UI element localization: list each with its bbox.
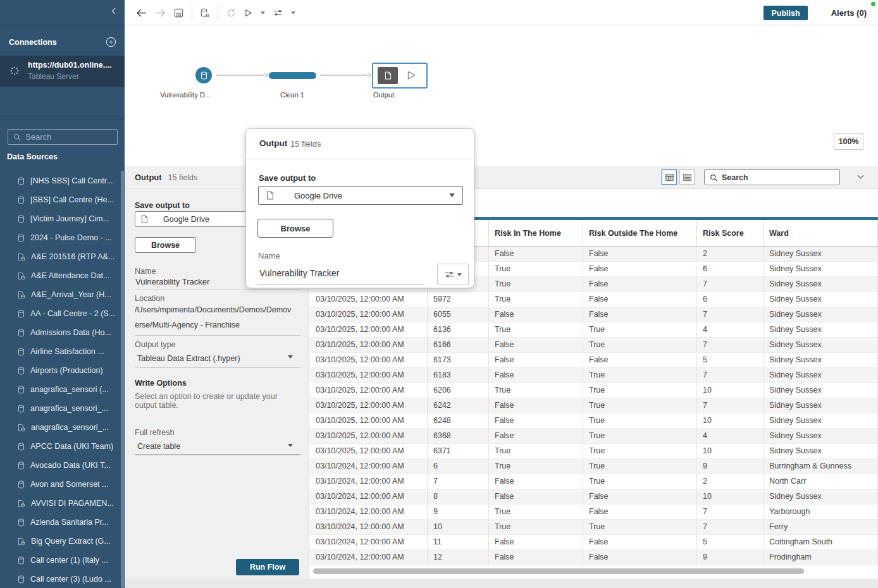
- grid-cell[interactable]: 6136: [428, 322, 489, 337]
- save-icon[interactable]: [174, 8, 183, 18]
- grid-cell[interactable]: False: [489, 550, 583, 565]
- grid-cell[interactable]: True: [583, 398, 697, 413]
- grid-cell[interactable]: False: [583, 262, 697, 276]
- run-flow-button[interactable]: Run Flow: [236, 559, 299, 575]
- refresh-icon[interactable]: [226, 8, 236, 18]
- grid-cell[interactable]: 03/10/2025, 12:00:00 AM: [310, 322, 428, 337]
- grid-cell[interactable]: 6055: [428, 307, 489, 322]
- grid-cell[interactable]: True: [489, 459, 583, 474]
- data-source-item[interactable]: Azienda Sanitaria Pr...: [0, 513, 120, 532]
- grid-cell[interactable]: False: [489, 353, 583, 367]
- grid-cell[interactable]: 7: [428, 474, 489, 489]
- destination-dropdown[interactable]: Google Drive: [258, 186, 463, 205]
- grid-cell[interactable]: 6: [428, 459, 489, 474]
- run-flow-icon[interactable]: [244, 9, 252, 17]
- column-header[interactable]: Ward: [764, 220, 878, 246]
- grid-cell[interactable]: 5: [697, 535, 764, 549]
- collapse-sidebar-icon[interactable]: [111, 8, 116, 15]
- grid-cell[interactable]: 03/10/2024, 12:00:00 AM: [310, 505, 428, 519]
- grid-cell[interactable]: 5: [697, 353, 764, 367]
- grid-cell[interactable]: False: [489, 489, 583, 504]
- grid-cell[interactable]: False: [583, 277, 697, 291]
- data-source-item[interactable]: Call center (3) (Ludo ...: [0, 570, 120, 588]
- grid-cell[interactable]: 03/10/2025, 12:00:00 AM: [310, 353, 428, 367]
- data-source-item[interactable]: [NHS SBS] Call Centr...: [0, 171, 120, 190]
- grid-cell[interactable]: False: [583, 247, 697, 261]
- horizontal-scrollbar[interactable]: [313, 568, 804, 574]
- grid-cell[interactable]: False: [583, 550, 697, 565]
- settings-caret-icon[interactable]: [291, 11, 295, 15]
- grid-cell[interactable]: Sidney Sussex: [764, 489, 878, 504]
- grid-cell[interactable]: 03/10/2025, 12:00:00 AM: [310, 444, 428, 458]
- grid-cell[interactable]: True: [583, 520, 697, 534]
- grid-cell[interactable]: 6: [697, 292, 764, 307]
- write-option-value[interactable]: Create table: [137, 442, 180, 451]
- grid-cell[interactable]: False: [583, 535, 697, 549]
- grid-cell[interactable]: True: [489, 383, 583, 398]
- grid-cell[interactable]: 12: [428, 550, 489, 565]
- grid-cell[interactable]: 03/10/2025, 12:00:00 AM: [310, 307, 428, 322]
- grid-cell[interactable]: Sidney Sussex: [764, 262, 878, 276]
- settings-sliders-icon[interactable]: [273, 9, 283, 17]
- data-source-item[interactable]: anagrafica_sensori_...: [0, 418, 120, 437]
- grid-cell[interactable]: 7: [697, 520, 764, 534]
- grid-cell[interactable]: Sidney Sussex: [764, 247, 878, 261]
- data-source-item[interactable]: Admissions Data (Ho...: [0, 323, 120, 342]
- grid-cell[interactable]: 03/10/2025, 12:00:00 AM: [310, 368, 428, 383]
- grid-cell[interactable]: False: [489, 398, 583, 413]
- data-source-item[interactable]: anagrafica_sensori (...: [0, 380, 120, 399]
- grid-cell[interactable]: 9: [697, 550, 764, 565]
- grid-cell[interactable]: 03/10/2024, 12:00:00 AM: [310, 474, 428, 489]
- grid-cell[interactable]: False: [489, 247, 583, 261]
- output-type-value[interactable]: Tableau Data Extract (.hyper): [137, 354, 240, 363]
- grid-cell[interactable]: 6242: [428, 398, 489, 413]
- grid-cell[interactable]: False: [489, 307, 583, 322]
- grid-cell[interactable]: 6248: [428, 413, 489, 428]
- zoom-level-button[interactable]: 100%: [834, 133, 863, 150]
- data-source-item[interactable]: Avon and Somerset ...: [0, 475, 120, 494]
- grid-cell[interactable]: 2: [697, 474, 764, 489]
- grid-cell[interactable]: True: [583, 368, 697, 383]
- grid-cell[interactable]: True: [583, 459, 697, 474]
- grid-cell[interactable]: 4: [697, 322, 764, 337]
- grid-cell[interactable]: False: [489, 535, 583, 549]
- data-source-item[interactable]: Airports (Production): [0, 361, 120, 380]
- run-output-icon[interactable]: [406, 69, 416, 82]
- grid-cell[interactable]: Sidney Sussex: [764, 353, 878, 367]
- sidebar-search-input[interactable]: [25, 132, 137, 142]
- column-header[interactable]: Risk Outside The Home: [583, 220, 697, 246]
- grid-cell[interactable]: True: [489, 322, 583, 337]
- grid-cell[interactable]: 03/10/2025, 12:00:00 AM: [310, 292, 428, 307]
- grid-cell[interactable]: 6173: [428, 353, 489, 367]
- grid-cell[interactable]: 03/10/2024, 12:00:00 AM: [310, 459, 428, 474]
- connection-item[interactable]: https://dub01.online.... Tableau Server: [0, 56, 125, 87]
- grid-cell[interactable]: 10: [697, 383, 764, 398]
- sidebar-search-box[interactable]: [8, 129, 118, 145]
- pause-data-updates-icon[interactable]: [201, 8, 209, 18]
- grid-cell[interactable]: Cottingham South: [764, 535, 878, 549]
- data-source-item[interactable]: anagrafica_sensori_...: [0, 399, 120, 418]
- grid-cell[interactable]: 03/10/2024, 12:00:00 AM: [310, 520, 428, 534]
- alerts-button[interactable]: Alerts (0): [831, 0, 867, 25]
- name-value[interactable]: Vulnerability Tracker: [259, 268, 339, 278]
- sidebar-scrollbar[interactable]: [121, 171, 124, 588]
- column-header[interactable]: Risk Score: [697, 220, 764, 246]
- grid-cell[interactable]: 9: [697, 459, 764, 474]
- data-source-item[interactable]: Airline Satisfaction ...: [0, 342, 120, 361]
- grid-cell[interactable]: 03/10/2025, 12:00:00 AM: [310, 429, 428, 443]
- grid-cell[interactable]: Sidney Sussex: [764, 322, 878, 337]
- grid-cell[interactable]: 7: [697, 277, 764, 291]
- grid-cell[interactable]: 10: [428, 520, 489, 534]
- column-header[interactable]: Risk In The Home: [489, 220, 583, 246]
- browse-button[interactable]: Browse: [135, 237, 196, 253]
- data-source-item[interactable]: [Victim Journey] Cim...: [0, 209, 120, 228]
- grid-cell[interactable]: 6371: [428, 444, 489, 458]
- grid-cell[interactable]: Burringham & Gunness: [764, 459, 878, 474]
- grid-cell[interactable]: True: [583, 338, 697, 352]
- grid-cell[interactable]: False: [489, 413, 583, 428]
- grid-cell[interactable]: True: [583, 474, 697, 489]
- grid-cell[interactable]: 03/10/2024, 12:00:00 AM: [310, 550, 428, 565]
- data-source-item[interactable]: Avocado Data (UKI T...: [0, 456, 120, 475]
- list-view-toggle[interactable]: [679, 169, 695, 185]
- grid-cell[interactable]: False: [583, 505, 697, 519]
